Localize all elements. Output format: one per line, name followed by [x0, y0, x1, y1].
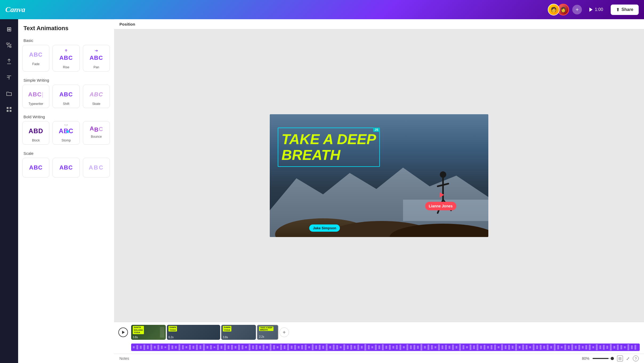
anim-stomp-label: Stomp [62, 139, 71, 142]
anim-stomp[interactable]: ABC Stomp [53, 121, 79, 145]
timeline-play-button[interactable] [118, 328, 128, 337]
clips-row: SANTA SOLANA YOGA 3.8s DAWN YOGA 6.2s DA… [131, 325, 640, 340]
left-toolbar: ⊞ [0, 19, 18, 363]
svg-rect-111 [477, 344, 478, 350]
svg-rect-104 [452, 345, 454, 350]
svg-rect-110 [473, 345, 475, 349]
share-button[interactable]: ⬆ Share [611, 5, 639, 15]
svg-rect-127 [533, 344, 535, 350]
svg-rect-92 [410, 345, 412, 349]
svg-rect-156 [634, 345, 636, 350]
svg-rect-37 [217, 345, 219, 350]
svg-rect-41 [231, 345, 233, 350]
add-clip-button[interactable]: + [279, 328, 289, 337]
timeline-play-icon [122, 331, 125, 334]
zoom-slider[interactable] [593, 358, 614, 359]
svg-rect-67 [322, 346, 324, 349]
svg-rect-12 [160, 327, 164, 338]
toolbar-upload[interactable] [2, 54, 16, 68]
anim-bounce[interactable]: A B C Bounce [83, 121, 110, 145]
canvas-area: Position [114, 19, 644, 363]
svg-rect-99 [434, 346, 436, 348]
toolbar-layout[interactable]: ⊞ [2, 22, 16, 36]
anim-shift-text: ABC [59, 89, 73, 100]
scale-grid: ABC ABC ABC [18, 158, 114, 181]
text-selection-box[interactable]: JS TAKE A DEEP BREATH [278, 128, 380, 167]
svg-rect-107 [462, 345, 464, 349]
anim-pan[interactable]: ABC Pan [83, 45, 110, 72]
anim-pan-text: ABC [90, 53, 103, 63]
audio-track[interactable] [131, 344, 640, 351]
svg-rect-32 [200, 345, 202, 349]
toolbar-elements[interactable] [2, 38, 16, 52]
svg-rect-58 [291, 346, 293, 349]
anim-rise-text: ABC [59, 53, 73, 63]
play-time: 1:00 [595, 7, 603, 12]
svg-rect-93 [413, 345, 415, 350]
help-icon[interactable]: ? [633, 356, 639, 361]
app-header: Canva 🧑 👩 + 1:00 ⬆ Share [0, 0, 644, 19]
canvas-viewport[interactable]: JS TAKE A DEEP BREATH Lianne Jones Jake … [114, 29, 644, 322]
timeline-controls: SANTA SOLANA YOGA 3.8s DAWN YOGA 6.2s DA… [118, 325, 640, 340]
svg-rect-64 [312, 344, 314, 350]
canvas-text-line2: BREATH [281, 147, 376, 163]
anim-rise[interactable]: ABC Rise [53, 45, 79, 72]
svg-rect-150 [613, 346, 615, 349]
position-tab[interactable]: Position [119, 22, 135, 26]
anim-fade[interactable]: ABC Fade [22, 45, 49, 72]
svg-rect-112 [480, 346, 482, 349]
svg-rect-25 [175, 346, 177, 349]
view-toggle-icon[interactable]: ⊟ [617, 356, 623, 361]
section-bold-writing-label: Bold Writing [18, 111, 114, 121]
notes-label[interactable]: Notes [119, 356, 129, 361]
svg-rect-103 [449, 346, 450, 349]
svg-rect-116 [494, 345, 496, 350]
anim-scale-a-text: ABC [29, 162, 43, 173]
svg-rect-18 [150, 344, 152, 350]
add-collaborator-button[interactable]: + [572, 5, 582, 14]
anim-scale-a[interactable]: ABC [22, 158, 49, 177]
basic-animation-grid: ABC Fade ABC Rise ABC [18, 45, 114, 75]
toolbar-apps[interactable] [2, 102, 16, 116]
svg-rect-63 [308, 346, 310, 348]
clip-3[interactable]: DAWN YOGA 3.8s [221, 325, 256, 340]
svg-rect-45 [245, 346, 247, 348]
svg-rect-122 [515, 344, 517, 350]
svg-rect-91 [406, 344, 408, 350]
zoom-fill [593, 358, 609, 359]
clip-2[interactable]: DAWN YOGA 6.2s [167, 325, 220, 340]
main-layout: ⊞ [0, 19, 644, 363]
svg-rect-102 [445, 345, 447, 350]
canvas-frame[interactable]: JS TAKE A DEEP BREATH Lianne Jones Jake … [270, 114, 488, 237]
anim-block-label: Block [32, 139, 40, 142]
svg-rect-125 [526, 345, 528, 349]
zoom-thumb[interactable] [611, 357, 614, 360]
toolbar-folder[interactable] [2, 86, 16, 100]
avatar-user1[interactable]: 🧑 [548, 4, 560, 15]
anim-skate[interactable]: ABC Skate [83, 85, 110, 108]
expand-icon[interactable]: ⤢ [626, 356, 630, 361]
svg-rect-26 [179, 344, 180, 350]
clip-4[interactable]: TAKE A DEEP BREATH 2.2s [257, 325, 278, 340]
svg-rect-77 [357, 345, 359, 350]
anim-block[interactable]: ABD Block [22, 121, 49, 145]
svg-rect-82 [375, 345, 377, 350]
svg-rect-39 [224, 344, 226, 350]
svg-rect-36 [214, 346, 215, 348]
play-button[interactable]: 1:00 [585, 5, 607, 14]
svg-rect-49 [259, 346, 261, 349]
audio-track-row [131, 342, 640, 351]
clip-1[interactable]: SANTA SOLANA YOGA 3.8s [131, 325, 166, 340]
anim-typewriter[interactable]: ABC| Typewriter [22, 85, 49, 108]
svg-rect-47 [252, 345, 254, 349]
svg-rect-88 [396, 345, 398, 349]
svg-rect-138 [571, 344, 573, 350]
toolbar-text[interactable] [2, 70, 16, 84]
svg-rect-124 [522, 345, 524, 350]
svg-rect-68 [326, 344, 328, 350]
audio-waveform [131, 344, 640, 351]
anim-shift[interactable]: ABC Shift [53, 85, 79, 108]
anim-scale-c[interactable]: ABC [83, 158, 110, 177]
svg-rect-75 [350, 345, 352, 350]
anim-scale-b[interactable]: ABC [53, 158, 79, 177]
